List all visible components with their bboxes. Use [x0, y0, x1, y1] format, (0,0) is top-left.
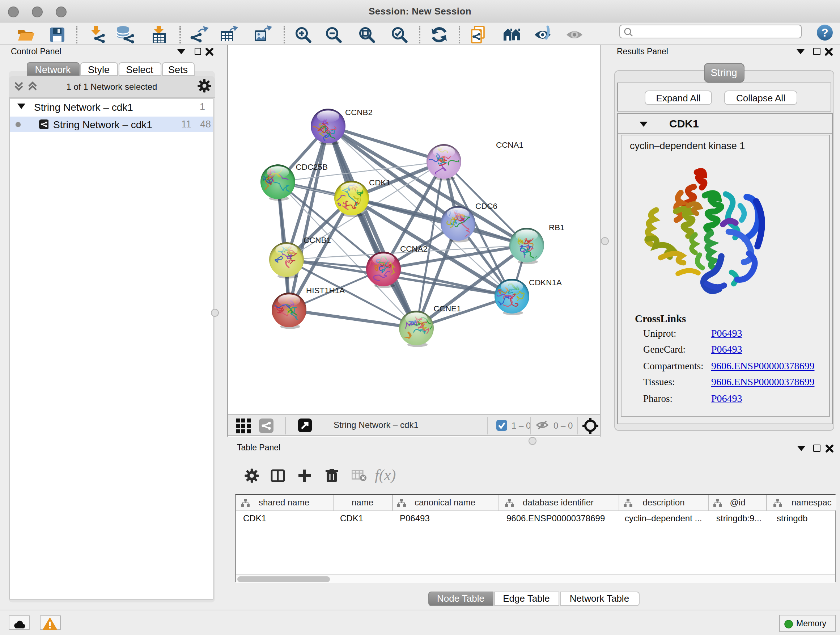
svg-text:RB1: RB1 — [549, 223, 565, 232]
svg-text:CCNA1: CCNA1 — [496, 141, 523, 149]
svg-text:CCNB2: CCNB2 — [345, 108, 373, 117]
svg-text:CDC6: CDC6 — [475, 202, 497, 211]
svg-text:CCNE1: CCNE1 — [434, 304, 461, 313]
svg-text:CDK1: CDK1 — [369, 178, 391, 187]
svg-text:CDC25B: CDC25B — [296, 163, 328, 172]
svg-text:CCNB1: CCNB1 — [303, 236, 331, 245]
svg-text:CDKN1A: CDKN1A — [529, 278, 562, 287]
svg-text:CCNA2: CCNA2 — [400, 244, 428, 253]
svg-text:?: ? — [821, 26, 829, 39]
svg-text:HIST1H1A: HIST1H1A — [306, 286, 345, 295]
